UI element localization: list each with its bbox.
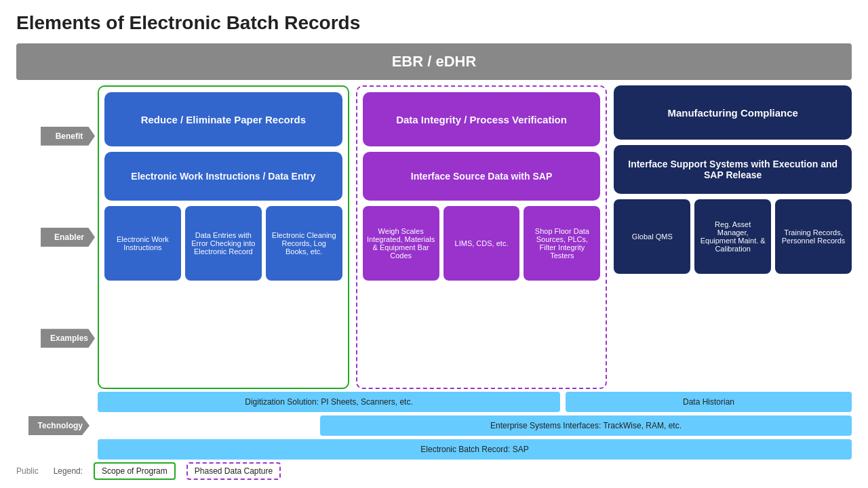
col2-examples-row: Weigh Scales Integrated, Materials & Equ…: [363, 206, 601, 281]
labels-column: Benefit Enabler Examples: [16, 80, 98, 392]
page-title: Elements of Electronic Batch Records: [16, 12, 852, 34]
main-grid: Benefit Enabler Examples Reduce / Elimin…: [16, 80, 852, 392]
tech-bar1: Digitization Solution: PI Sheets, Scanne…: [98, 392, 560, 412]
col2-benefit-box: Data Integrity / Process Verification: [363, 92, 601, 146]
col1-example2: Data Entries with Error Checking into El…: [185, 206, 262, 281]
col2-wrapper: Data Integrity / Process Verification In…: [356, 85, 608, 389]
col2-example1: Weigh Scales Integrated, Materials & Equ…: [363, 206, 439, 281]
tech-row3: Electronic Batch Record: SAP: [98, 439, 852, 460]
technology-arrow: Technology: [28, 416, 90, 435]
tech-bars-col: Digitization Solution: PI Sheets, Scanne…: [98, 392, 852, 460]
col1-benefit-box: Reduce / Eliminate Paper Records: [104, 92, 342, 146]
col2-example3: Shop Floor Data Sources, PLCs, Filter In…: [524, 206, 600, 281]
page: Elements of Electronic Batch Records EBR…: [0, 0, 868, 488]
col2-enabler-box: Interface Source Data with SAP: [363, 152, 601, 201]
tech-row1: Digitization Solution: PI Sheets, Scanne…: [98, 392, 852, 412]
col1-enabler-box: Electronic Work Instructions / Data Entr…: [104, 152, 342, 201]
col3-example2: Reg. Asset Manager, Equipment Maint. & C…: [694, 199, 771, 274]
tech-bar2: Data Historian: [566, 392, 852, 412]
enabler-label-row: Enabler: [16, 228, 98, 247]
legend-phased: Phased Data Capture: [186, 462, 281, 480]
content-area: EBR / eDHR Benefit Enabler Examples Redu: [16, 43, 852, 480]
col2-example2: LIMS, CDS, etc.: [443, 206, 520, 281]
benefit-arrow: Benefit: [41, 127, 95, 146]
examples-label-row: Examples: [16, 329, 98, 348]
col3-examples-row: Global QMS Reg. Asset Manager, Equipment…: [614, 199, 852, 274]
col3-example3: Training Records, Personnel Records: [775, 199, 852, 274]
tech-label-col: Technology: [16, 392, 98, 460]
technology-section: Technology Digitization Solution: PI She…: [16, 392, 852, 460]
tech-bar4: Electronic Batch Record: SAP: [98, 439, 852, 460]
legend-title: Legend:: [54, 466, 83, 476]
public-label: Public: [16, 466, 39, 476]
legend-row: Public Legend: Scope of Program Phased D…: [16, 460, 852, 480]
tech-bar3: Enterprise Systems Interfaces: TrackWise…: [320, 415, 852, 436]
enabler-arrow: Enabler: [41, 228, 95, 247]
col3-example1: Global QMS: [614, 199, 690, 274]
examples-arrow: Examples: [41, 329, 95, 348]
columns-area: Reduce / Eliminate Paper Records Electro…: [98, 80, 852, 392]
col1-example3: Electronic Cleaning Records, Log Books, …: [266, 206, 342, 281]
col3-benefit-box: Manufacturing Compliance: [614, 85, 852, 140]
col3-wrapper: Manufacturing Compliance Interface Suppo…: [614, 85, 852, 389]
col3-enabler-box: Interface Support Systems with Execution…: [614, 145, 852, 194]
col1-example1: Electronic Work Instructions: [104, 206, 181, 281]
col1-wrapper: Reduce / Eliminate Paper Records Electro…: [98, 85, 349, 389]
col1-examples-row: Electronic Work Instructions Data Entrie…: [104, 206, 342, 281]
legend-scope: Scope of Program: [94, 462, 176, 480]
tech-row2: Enterprise Systems Interfaces: TrackWise…: [98, 415, 852, 436]
ebr-bar: EBR / eDHR: [16, 43, 852, 80]
benefit-label-row: Benefit: [16, 127, 98, 146]
